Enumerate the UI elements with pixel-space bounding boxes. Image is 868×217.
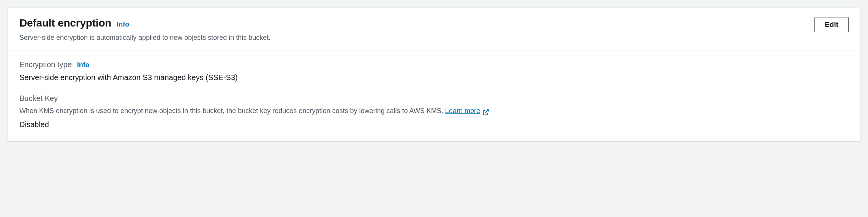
bucket-key-description: When KMS encryption is used to encrypt n… (19, 106, 849, 116)
panel-body: Encryption type Info Server-side encrypt… (8, 50, 860, 141)
encryption-type-label: Encryption type (19, 60, 72, 69)
bucket-key-field: Bucket Key When KMS encryption is used t… (19, 94, 849, 130)
external-link-icon (482, 108, 489, 115)
edit-button[interactable]: Edit (814, 17, 849, 32)
panel-subtitle: Server-side encryption is automatically … (19, 33, 270, 42)
default-encryption-panel: Default encryption Info Server-side encr… (8, 8, 860, 142)
bucket-key-description-text: When KMS encryption is used to encrypt n… (19, 107, 445, 115)
panel-header: Default encryption Info Server-side encr… (8, 8, 860, 50)
panel-title: Default encryption (19, 17, 111, 29)
title-row: Default encryption Info (19, 17, 270, 29)
encryption-type-label-row: Encryption type Info (19, 60, 849, 69)
bucket-key-value: Disabled (19, 119, 849, 130)
panel-info-link[interactable]: Info (117, 20, 129, 28)
encryption-type-info-link[interactable]: Info (77, 61, 90, 69)
encryption-type-value: Server-side encryption with Amazon S3 ma… (19, 72, 849, 83)
learn-more-text: Learn more (445, 106, 480, 116)
encryption-type-field: Encryption type Info Server-side encrypt… (19, 60, 849, 83)
bucket-key-label-row: Bucket Key (19, 94, 849, 103)
bucket-key-label: Bucket Key (19, 94, 58, 103)
learn-more-link[interactable]: Learn more (445, 106, 489, 116)
panel-header-left: Default encryption Info Server-side encr… (19, 17, 270, 42)
